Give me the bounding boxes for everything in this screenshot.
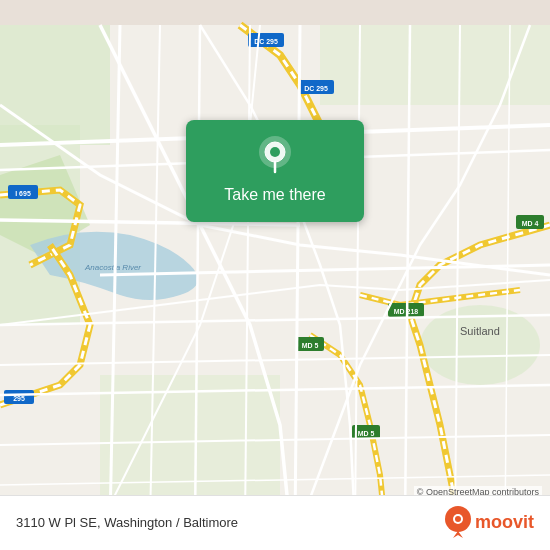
address-text: 3110 W Pl SE, Washington / Baltimore: [16, 515, 238, 530]
moovit-brand-text: moovit: [475, 512, 534, 533]
cta-label: Take me there: [224, 186, 325, 204]
cta-overlay[interactable]: Take me there: [186, 120, 364, 222]
moovit-logo: moovit: [445, 506, 534, 538]
map-roads: Anacostia River I 695 295 DC 295 DC 295 …: [0, 0, 550, 550]
svg-text:MD 4: MD 4: [522, 220, 539, 227]
location-pin-icon: [253, 134, 297, 178]
svg-text:MD 5: MD 5: [302, 342, 319, 349]
bottom-bar: 3110 W Pl SE, Washington / Baltimore moo…: [0, 495, 550, 550]
svg-text:I 695: I 695: [15, 190, 31, 197]
take-me-there-button[interactable]: Take me there: [186, 120, 364, 222]
svg-point-48: [455, 516, 461, 522]
svg-text:DC 295: DC 295: [304, 85, 328, 92]
svg-point-45: [270, 147, 280, 157]
svg-text:Anacostia River: Anacostia River: [84, 263, 141, 272]
svg-text:Suitland: Suitland: [460, 325, 500, 337]
svg-text:MD 5: MD 5: [358, 430, 375, 437]
map-container: Anacostia River I 695 295 DC 295 DC 295 …: [0, 0, 550, 550]
moovit-pin-icon: [445, 506, 471, 538]
svg-text:295: 295: [13, 395, 25, 402]
